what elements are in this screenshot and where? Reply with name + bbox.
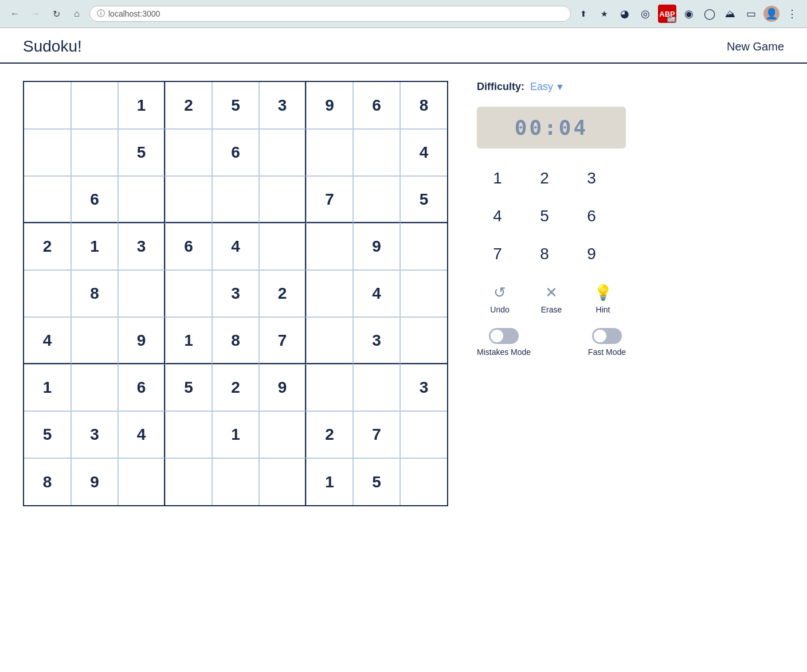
cell[interactable]: [259, 129, 306, 176]
profile-icon[interactable]: 👤: [763, 6, 779, 22]
cell[interactable]: 9: [306, 82, 353, 129]
cell[interactable]: [24, 270, 71, 317]
cell[interactable]: [165, 270, 212, 317]
cell[interactable]: 5: [400, 176, 447, 223]
number-button-2[interactable]: 2: [524, 162, 565, 194]
cell[interactable]: 5: [165, 364, 212, 411]
cell[interactable]: 8: [400, 82, 447, 129]
reload-button[interactable]: ↻: [48, 6, 64, 22]
cell[interactable]: 6: [71, 176, 118, 223]
cell[interactable]: 8: [24, 458, 71, 505]
number-button-9[interactable]: 9: [571, 238, 612, 270]
sidebar-icon[interactable]: ▭: [743, 6, 759, 22]
cell[interactable]: [118, 458, 165, 505]
undo-button[interactable]: ↺ Undo: [477, 284, 523, 314]
cell[interactable]: 2: [306, 411, 353, 458]
cell[interactable]: 1: [71, 223, 118, 270]
erase-button[interactable]: ✕ Erase: [528, 284, 574, 314]
cell[interactable]: 6: [212, 129, 259, 176]
cell[interactable]: 3: [212, 270, 259, 317]
mistakes-mode-toggle[interactable]: [489, 328, 519, 344]
cell[interactable]: [259, 176, 306, 223]
menu-icon[interactable]: ⋮: [784, 6, 800, 22]
forward-button[interactable]: →: [28, 6, 44, 22]
cell[interactable]: [400, 458, 447, 505]
cell[interactable]: 9: [71, 458, 118, 505]
cell[interactable]: 9: [259, 364, 306, 411]
cell[interactable]: 8: [212, 317, 259, 364]
number-button-8[interactable]: 8: [524, 238, 565, 270]
cell[interactable]: 5: [353, 458, 400, 505]
cell[interactable]: [306, 223, 353, 270]
cell[interactable]: 8: [71, 270, 118, 317]
cell[interactable]: 7: [259, 317, 306, 364]
home-button[interactable]: ⌂: [69, 6, 85, 22]
cell[interactable]: 1: [165, 317, 212, 364]
extensions-icon[interactable]: ⛰: [722, 6, 738, 22]
cell[interactable]: 1: [118, 82, 165, 129]
number-button-5[interactable]: 5: [524, 200, 565, 232]
cell[interactable]: 4: [353, 270, 400, 317]
cell[interactable]: [71, 129, 118, 176]
number-button-3[interactable]: 3: [571, 162, 612, 194]
cell[interactable]: 5: [118, 129, 165, 176]
cell[interactable]: 5: [212, 82, 259, 129]
cell[interactable]: [306, 270, 353, 317]
cell[interactable]: [259, 458, 306, 505]
cell[interactable]: [71, 82, 118, 129]
cell[interactable]: 7: [306, 176, 353, 223]
back-button[interactable]: ←: [7, 6, 23, 22]
sudoku-grid[interactable]: 1253968564675213649832449187316529353412…: [23, 81, 448, 506]
cell[interactable]: [118, 270, 165, 317]
cell[interactable]: 1: [24, 364, 71, 411]
cell[interactable]: [306, 129, 353, 176]
cell[interactable]: 2: [24, 223, 71, 270]
cell[interactable]: [400, 317, 447, 364]
number-button-7[interactable]: 7: [477, 238, 518, 270]
cell[interactable]: [400, 223, 447, 270]
extension-icon1[interactable]: ◎: [637, 6, 653, 22]
fast-mode-toggle[interactable]: [592, 328, 622, 344]
cell[interactable]: 3: [400, 364, 447, 411]
difficulty-select[interactable]: Easy ▼: [530, 81, 565, 93]
cell[interactable]: [24, 176, 71, 223]
cell[interactable]: [400, 270, 447, 317]
cell[interactable]: 4: [118, 411, 165, 458]
cell[interactable]: 9: [118, 317, 165, 364]
cell[interactable]: [259, 411, 306, 458]
cell[interactable]: 3: [71, 411, 118, 458]
cell[interactable]: 7: [353, 411, 400, 458]
cell[interactable]: 6: [165, 223, 212, 270]
cell[interactable]: [259, 223, 306, 270]
bookmark-icon[interactable]: ★: [596, 6, 612, 22]
cell[interactable]: [306, 317, 353, 364]
number-button-4[interactable]: 4: [477, 200, 518, 232]
cell[interactable]: [400, 411, 447, 458]
cell[interactable]: 3: [118, 223, 165, 270]
cell[interactable]: 2: [259, 270, 306, 317]
cell[interactable]: 3: [259, 82, 306, 129]
cell[interactable]: [212, 458, 259, 505]
dashlane-icon[interactable]: ◯: [702, 6, 718, 22]
privacy-icon[interactable]: ◉: [681, 6, 697, 22]
cell[interactable]: [212, 176, 259, 223]
cell[interactable]: 4: [212, 223, 259, 270]
cell[interactable]: [165, 458, 212, 505]
new-game-button[interactable]: New Game: [727, 40, 784, 53]
cell[interactable]: [353, 129, 400, 176]
cell[interactable]: [24, 82, 71, 129]
number-button-6[interactable]: 6: [571, 200, 612, 232]
address-bar[interactable]: ⓘ localhost:3000: [89, 6, 571, 22]
cell[interactable]: 3: [353, 317, 400, 364]
cell[interactable]: [165, 411, 212, 458]
cell[interactable]: 6: [118, 364, 165, 411]
cell[interactable]: 1: [212, 411, 259, 458]
cast-icon[interactable]: ◕: [617, 6, 633, 22]
cell[interactable]: [306, 364, 353, 411]
cell[interactable]: 2: [212, 364, 259, 411]
cell[interactable]: [165, 129, 212, 176]
cell[interactable]: [353, 176, 400, 223]
share-icon[interactable]: ⬆: [575, 6, 591, 22]
cell[interactable]: 4: [400, 129, 447, 176]
cell[interactable]: [353, 364, 400, 411]
